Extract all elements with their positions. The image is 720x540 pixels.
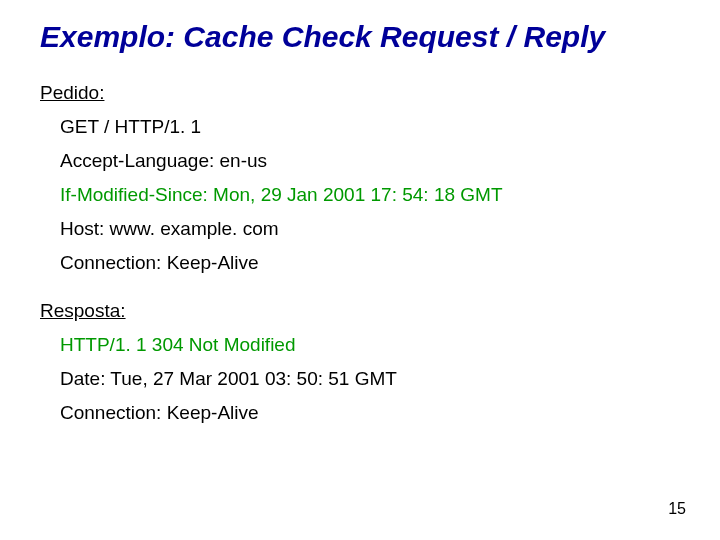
slide: Exemplo: Cache Check Request / Reply Ped…: [0, 0, 720, 540]
request-line-4: Host: www. example. com: [60, 218, 680, 240]
page-number: 15: [668, 500, 686, 518]
response-line-2: Date: Tue, 27 Mar 2001 03: 50: 51 GMT: [60, 368, 680, 390]
request-label: Pedido:: [40, 82, 680, 104]
response-line-3: Connection: Keep-Alive: [60, 402, 680, 424]
response-line-status: HTTP/1. 1 304 Not Modified: [60, 334, 680, 356]
request-line-2: Accept-Language: en-us: [60, 150, 680, 172]
request-block: GET / HTTP/1. 1 Accept-Language: en-us I…: [60, 116, 680, 274]
request-line-if-modified-since: If-Modified-Since: Mon, 29 Jan 2001 17: …: [60, 184, 680, 206]
response-label: Resposta:: [40, 300, 680, 322]
slide-title: Exemplo: Cache Check Request / Reply: [40, 20, 680, 54]
request-line-1: GET / HTTP/1. 1: [60, 116, 680, 138]
response-block: HTTP/1. 1 304 Not Modified Date: Tue, 27…: [60, 334, 680, 424]
request-line-5: Connection: Keep-Alive: [60, 252, 680, 274]
